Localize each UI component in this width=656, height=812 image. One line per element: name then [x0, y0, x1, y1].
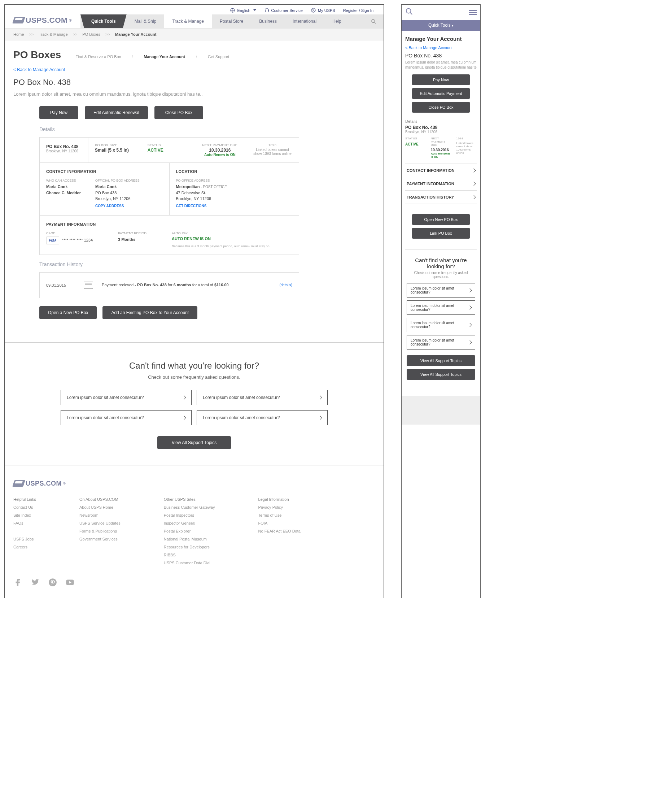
faq-item[interactable]: Lorem ipsum dolor sit amet consecutur? — [196, 390, 328, 405]
desktop-viewport: English Customer Service My USPS Registe… — [4, 4, 384, 598]
box-heading: PO Box No. 438 — [13, 77, 375, 87]
accordion-transaction[interactable]: TRANSACTION HISTORY — [405, 191, 477, 204]
subnav-find-reserve[interactable]: Find & Reserve a PO Box — [76, 54, 121, 59]
nav-track-manage[interactable]: Track & Manage — [164, 14, 212, 28]
faq-item[interactable]: Lorem ipsum dolor sit amet consecutur? — [60, 390, 192, 405]
mobile-box-location: Brooklyn, NY 11206 — [405, 130, 477, 134]
footer-link[interactable]: About USPS Home — [79, 503, 121, 511]
mobile-1093-text: Linked boxes cannot show 1093 forms onli… — [456, 141, 477, 155]
nav-business[interactable]: Business — [251, 14, 285, 28]
footer-link[interactable]: USPS Service Updates — [79, 519, 121, 527]
footer-link[interactable]: USPS Customer Data Dial — [164, 559, 215, 567]
youtube-icon[interactable] — [65, 578, 75, 587]
header: USPS.COM® Quick Tools Mail & Ship Track … — [5, 14, 384, 28]
faq-item[interactable]: Lorem ipsum dolor sit amet consecutur? — [196, 410, 328, 425]
footer-link[interactable]: Privacy Policy — [258, 503, 300, 511]
nav-mail-ship[interactable]: Mail & Ship — [127, 14, 164, 28]
mobile-faq-item[interactable]: Lorem ipsum dolor sit amet consecutur? — [407, 335, 475, 350]
nav-quick-tools[interactable]: Quick Tools — [80, 14, 127, 28]
mobile-search-button[interactable] — [405, 8, 413, 17]
mobile-close-box-button[interactable]: Close PO Box — [412, 102, 470, 113]
mobile-page-title: Manage Your Account — [405, 36, 477, 42]
register-signin-link[interactable]: Register / Sign In — [343, 8, 373, 13]
footer-link[interactable]: Postal Explorer — [164, 527, 215, 535]
language-selector[interactable]: English — [230, 8, 256, 13]
footer-link[interactable]: Forms & Publications — [79, 527, 121, 535]
logo[interactable]: USPS.COM® — [5, 14, 80, 28]
mobile-faq-item[interactable]: Lorem ipsum dolor sit amet consecutur? — [407, 301, 475, 315]
nav-international[interactable]: International — [285, 14, 324, 28]
footer-link[interactable]: RIBBS — [164, 551, 215, 559]
footer-link[interactable]: Postal Inspectors — [164, 511, 215, 519]
footer-link[interactable]: USPS Jobs — [13, 535, 36, 543]
footer-link[interactable]: National Postal Museum — [164, 535, 215, 543]
twitter-icon[interactable] — [31, 578, 40, 587]
footer-link[interactable]: Inspector General — [164, 519, 215, 527]
mobile-pay-now-button[interactable]: Pay Now — [412, 74, 470, 85]
accordion-payment[interactable]: PAYMENT INFORMATION — [405, 177, 477, 191]
close-po-box-button[interactable]: Close PO Box — [155, 106, 203, 119]
nav-postal-store[interactable]: Postal Store — [212, 14, 251, 28]
mobile-view-all-button-2[interactable]: View All Support Topics — [407, 369, 475, 380]
office-name: Metropolitan — [176, 184, 200, 189]
globe-icon — [230, 8, 235, 13]
get-directions-link[interactable]: GET DIRECTIONS — [176, 204, 207, 208]
mobile-quick-tools-tab[interactable]: Quick Tools ▾ — [402, 20, 480, 31]
txn-details-link[interactable]: (details) — [279, 283, 292, 287]
faq-section: Can't find what you're looking for? Chec… — [5, 342, 384, 465]
footer-link[interactable]: FOIA — [258, 519, 300, 527]
mobile-faq-item[interactable]: Lorem ipsum dolor sit amet consecutur? — [407, 318, 475, 332]
crumb-po-boxes[interactable]: PO Boxes — [82, 32, 100, 36]
transaction-row: 09.01.2015 Payment recieved - PO Box No.… — [39, 272, 299, 298]
mobile-edit-payment-button[interactable]: Edit Automatic Payment — [412, 88, 470, 99]
facebook-icon[interactable] — [13, 578, 23, 587]
subnav-support[interactable]: Get Support — [208, 54, 229, 59]
open-new-po-box-button[interactable]: Open a New PO Box — [39, 306, 97, 319]
view-all-support-button[interactable]: View All Support Topics — [157, 436, 231, 449]
form-1093-label: 1093 — [252, 143, 292, 147]
mobile-auto-renew: Auto Renewal is ON — [431, 152, 452, 158]
mobile-view-all-button[interactable]: View All Support Topics — [407, 355, 475, 366]
details-heading: Details — [39, 126, 375, 132]
pinterest-icon[interactable] — [48, 578, 57, 587]
accordion-contact[interactable]: CONTACT INFORMATION — [405, 164, 477, 177]
back-link[interactable]: < Back to Manage Account — [13, 67, 65, 72]
footer-link[interactable]: Newsroom — [79, 511, 121, 519]
mobile-details-label: Details — [405, 119, 477, 124]
copy-address-link[interactable]: COPY ADDRESS — [95, 204, 124, 208]
footer-link[interactable]: No FEAR Act EEO Data — [258, 527, 300, 535]
faq-item[interactable]: Lorem ipsum dolor sit amet consecutur? — [60, 410, 192, 425]
footer-link[interactable]: Government Services — [79, 535, 121, 543]
nav-help[interactable]: Help — [324, 14, 349, 28]
crumb-home[interactable]: Home — [13, 32, 24, 36]
auto-renew-status: Auto Renew is ON — [200, 153, 240, 157]
chevron-right-icon — [472, 168, 475, 173]
footer-link[interactable]: Careers — [13, 543, 36, 551]
mobile-back-link[interactable]: < Back to Manage Account — [405, 45, 452, 50]
edit-auto-renewal-button[interactable]: Edit Automatic Renewal — [85, 106, 148, 119]
access-name-1: Maria Cook — [46, 184, 68, 189]
mobile-next-label: NEXT PAYMENT DUE — [431, 137, 452, 147]
add-existing-po-box-button[interactable]: Add an Existing PO Box to Your Account — [102, 306, 197, 319]
footer-link[interactable]: Contact Us — [13, 503, 36, 511]
footer-link[interactable]: Resources for Developers — [164, 543, 215, 551]
footer-col-2: On About USPS.COM About USPS Home Newsro… — [79, 495, 121, 567]
access-name-2: Chance C. Medder — [46, 191, 81, 195]
footer-link[interactable]: Business Customer Gateway — [164, 503, 215, 511]
my-usps-link[interactable]: My USPS — [311, 8, 335, 13]
nav-search-button[interactable] — [364, 14, 384, 28]
subnav-manage[interactable]: Manage Your Account — [144, 54, 185, 59]
pay-now-button[interactable]: Pay Now — [39, 106, 78, 119]
hamburger-menu-button[interactable] — [469, 9, 477, 16]
auto-pay-value: AUTO RENEW IS ON — [172, 237, 270, 241]
mobile-open-new-button[interactable]: Open New PO Box — [412, 214, 470, 225]
mobile-link-box-button[interactable]: Link PO Box — [412, 228, 470, 239]
crumb-track-manage[interactable]: Track & Manage — [39, 32, 68, 36]
chevron-right-icon — [183, 415, 186, 420]
footer-link[interactable]: Terms of Use — [258, 511, 300, 519]
mobile-faq-item[interactable]: Lorem ipsum dolor sit amet consecutur? — [407, 283, 475, 298]
footer-link[interactable]: Site Index — [13, 511, 36, 519]
customer-service-link[interactable]: Customer Service — [264, 8, 303, 13]
footer-link[interactable]: FAQs — [13, 519, 36, 527]
eagle-logo-icon — [12, 17, 25, 23]
